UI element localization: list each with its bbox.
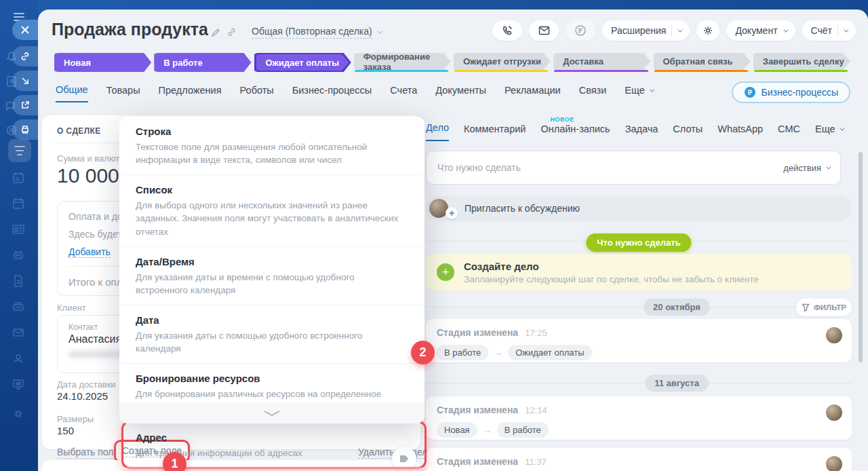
tab-more[interactable]: Еще <box>625 85 653 102</box>
stage-ozhidaet-oplaty[interactable]: Ожидает оплаты <box>254 53 351 72</box>
contact-card-icon[interactable] <box>12 223 26 238</box>
stage-v-rabote[interactable]: В работе <box>154 53 251 72</box>
tab-obshchie[interactable]: Общие <box>56 84 88 102</box>
stage-obratnaya-svyaz[interactable]: Обратная связь <box>654 53 751 72</box>
field-type-spisok[interactable]: Список Для выбора одного или нескольких … <box>119 174 425 246</box>
timeline-entry[interactable]: Стадия изменена 17:25 В работе → Ожидает… <box>426 319 852 362</box>
sidebar-item-crm-active[interactable] <box>8 139 31 162</box>
stage-ozhidaet-otgruzki[interactable]: Ожидает отгрузки <box>454 53 551 72</box>
tab-dokumenty[interactable]: Документы <box>435 85 486 102</box>
extensions-button[interactable]: Расширения <box>602 20 690 41</box>
invoice-button[interactable]: Счёт <box>802 20 856 41</box>
create-task-desc: Запланируйте следующий шаг по сделке, чт… <box>464 274 759 284</box>
delivery-date-value[interactable]: 24.10.2025 <box>57 390 108 402</box>
tl-tab-kommentariy[interactable]: Комментарий <box>464 124 526 141</box>
pipeline-selector[interactable]: Общая (Повторная сделка) <box>252 26 380 39</box>
invite-plus-icon: + <box>446 207 458 219</box>
todo-input[interactable] <box>437 162 783 173</box>
filter-button[interactable]: ФИЛЬТР <box>796 299 852 316</box>
stage-zavershit-sdelku[interactable]: Завершить сделку <box>753 53 850 72</box>
calendar-tasks-icon[interactable] <box>12 171 26 186</box>
field-type-data-vremya[interactable]: Дата/Время Для указания даты и времени с… <box>119 246 425 305</box>
tasks-icon <box>5 75 20 90</box>
entry-time: 17:25 <box>525 328 547 338</box>
tl-tab-sms[interactable]: СМС <box>778 124 800 141</box>
size-value[interactable]: 150 <box>57 425 74 436</box>
stage-to-pill: В работе <box>497 422 549 438</box>
tl-tab-whatsapp[interactable]: WhatsApp <box>717 124 763 141</box>
todo-section-pill[interactable]: Что нужно сделать <box>586 233 691 252</box>
stage-from-pill: В работе <box>437 345 488 360</box>
amount-label: Сумма и валюта <box>57 153 124 164</box>
close-panel-button[interactable] <box>12 20 38 40</box>
chevron-down-icon <box>650 87 654 92</box>
tl-tab-delo[interactable]: Дело <box>426 122 449 141</box>
phone-button[interactable] <box>492 20 522 41</box>
menu-scroll-footer[interactable] <box>119 403 425 423</box>
tab-scheta[interactable]: Счета <box>390 85 417 102</box>
client-label: Клиент <box>57 303 86 313</box>
entry-time: 11:37 <box>525 457 547 467</box>
timeline-entry[interactable]: Стадия изменена 12:14 Новая → В работе <box>426 396 852 440</box>
robot-icon[interactable] <box>12 248 26 263</box>
actions-dropdown[interactable]: действия <box>783 163 829 173</box>
field-type-menu: Строка Текстовое поле для размещения люб… <box>119 117 425 423</box>
tl-tab-sloty[interactable]: Слоты <box>673 124 703 141</box>
stage-novaya[interactable]: Новая <box>54 53 151 72</box>
select-field-link[interactable]: Выбрать поле <box>57 447 119 459</box>
annotation-step-2: 2 <box>411 341 435 364</box>
users-icon[interactable] <box>12 352 26 366</box>
calendar-icon[interactable] <box>12 197 26 212</box>
create-task-title: Создайте дело <box>464 261 759 272</box>
header-toolbar: Расширения Документ Счёт <box>492 20 856 41</box>
mail-icon[interactable] <box>12 326 26 341</box>
invite-label: Пригласить к обсуждению <box>465 203 580 214</box>
settings-gear-icon[interactable] <box>12 407 26 422</box>
arrow-right-icon: → <box>494 347 502 358</box>
tl-tab-onlain-zapis[interactable]: НОВОЕ Онлайн-запись <box>540 124 610 141</box>
business-processes-button[interactable]: Бизнес-процессы <box>732 81 850 103</box>
chevron-down-icon <box>678 27 683 32</box>
create-task-card[interactable]: + Создайте дело Запланируйте следующий ш… <box>426 254 852 290</box>
notifications-icon <box>5 50 20 65</box>
annotation-step-1: 1 <box>163 452 186 471</box>
link-icon <box>20 52 30 61</box>
left-sidebar <box>0 0 38 471</box>
chevron-down-icon <box>826 164 831 169</box>
edit-pencil-icon[interactable] <box>211 27 221 37</box>
field-type-data[interactable]: Дата Для указания даты с помощью удобног… <box>119 305 425 363</box>
tab-svyazi[interactable]: Связи <box>579 85 607 102</box>
deal-stage-bar: Новая В работе Ожидает оплаты Формирован… <box>54 53 850 72</box>
tab-biznes-processy[interactable]: Бизнес-процессы <box>292 85 372 102</box>
document-button[interactable]: Документ <box>726 20 795 41</box>
timeline-tabs: Дело Комментарий НОВОЕ Онлайн-запись Зад… <box>426 122 843 141</box>
field-type-stroka[interactable]: Строка Текстовое поле для размещения люб… <box>119 117 425 174</box>
document-icon[interactable] <box>12 274 26 289</box>
tl-tab-more[interactable]: Еще <box>815 124 844 141</box>
copy-link-icon[interactable] <box>226 27 237 37</box>
invite-row[interactable]: + Пригласить к обсуждению <box>426 195 852 221</box>
workflow-icon <box>744 86 756 98</box>
tab-predlozheniya[interactable]: Предложения <box>159 85 222 102</box>
cashbox-icon[interactable] <box>12 300 26 315</box>
tab-roboty[interactable]: Роботы <box>240 85 274 102</box>
entry-time: 12:14 <box>525 405 547 415</box>
feedback-icon <box>574 24 587 37</box>
amount-value[interactable]: 10 000 <box>57 164 119 187</box>
timeline-entry[interactable]: Стадия изменена 11:37 <box>426 448 852 471</box>
invoice-label: Счёт <box>811 25 832 36</box>
stage-dostavka[interactable]: Доставка <box>553 53 650 72</box>
filter-label: ФИЛЬТР <box>814 303 846 312</box>
tab-reklamacii[interactable]: Рекламации <box>505 85 561 102</box>
email-button[interactable] <box>529 20 559 41</box>
settings-button[interactable] <box>696 20 719 41</box>
tab-tovary[interactable]: Товары <box>106 85 140 102</box>
chevron-down-icon <box>377 29 382 34</box>
apps-icon <box>5 124 20 138</box>
timeline-scrollbar[interactable] <box>859 152 863 362</box>
add-payment-link[interactable]: Добавить <box>68 246 111 258</box>
actions-label: действия <box>783 163 821 173</box>
presentation-icon[interactable] <box>12 377 26 392</box>
stage-formirovanie-zakaza[interactable]: Формирование заказа <box>354 53 451 72</box>
tl-tab-zadacha[interactable]: Задача <box>625 124 658 141</box>
